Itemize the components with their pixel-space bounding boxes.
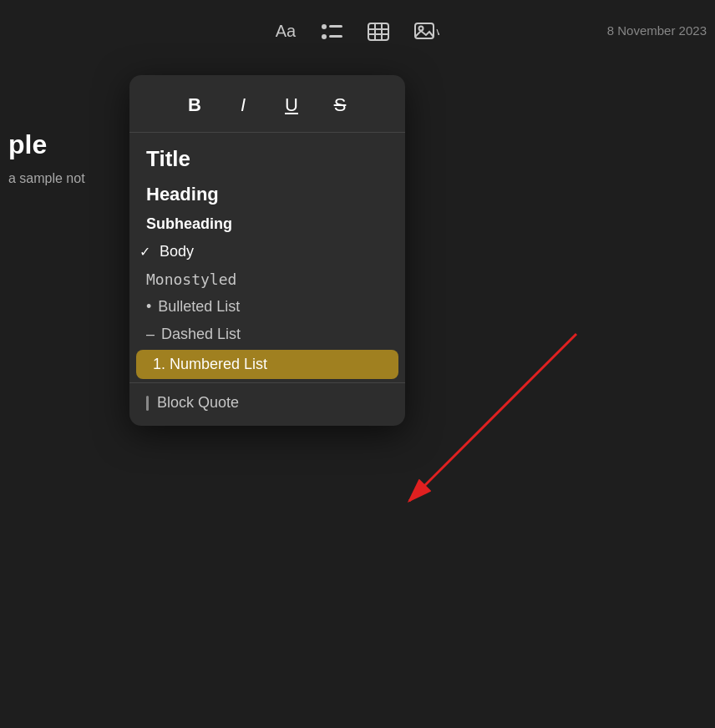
note-subtitle: a sample not — [8, 171, 85, 186]
menu-divider — [129, 382, 405, 383]
media-button[interactable]: ∨ — [414, 22, 439, 42]
svg-point-0 — [322, 24, 327, 29]
svg-rect-4 — [368, 23, 388, 40]
note-title: ple — [8, 129, 47, 160]
svg-rect-9 — [415, 23, 434, 38]
svg-text:∨: ∨ — [435, 26, 439, 38]
svg-rect-3 — [329, 35, 342, 38]
menu-item-subheading[interactable]: Subheading — [129, 210, 405, 238]
menu-item-dashed-list[interactable]: – Dashed List — [129, 321, 405, 348]
date-display: 8 November 2023 — [607, 23, 707, 38]
checkmark-icon: ✓ — [139, 244, 150, 260]
body-label: Body — [160, 243, 194, 260]
dash-prefix: – — [146, 326, 155, 343]
svg-rect-1 — [329, 25, 342, 28]
menu-item-body[interactable]: ✓ Body — [129, 238, 405, 265]
style-menu-list: Title Heading Subheading ✓ Body Monostyl… — [129, 133, 405, 426]
italic-button[interactable]: I — [228, 90, 258, 120]
list-style-button[interactable] — [321, 23, 342, 41]
subheading-label: Subheading — [146, 215, 232, 233]
bullet-prefix: • — [146, 298, 151, 316]
menu-item-monostyled[interactable]: Monostyled — [129, 265, 405, 293]
svg-point-2 — [322, 34, 327, 39]
bulleted-list-label: Bulleted List — [158, 298, 240, 316]
heading-label: Heading — [146, 184, 219, 205]
strikethrough-button[interactable]: S — [325, 90, 355, 120]
underline-button[interactable]: U — [276, 90, 307, 120]
format-buttons-row: B I U S — [129, 75, 405, 133]
numbered-list-label: 1. Numbered List — [153, 356, 267, 373]
block-quote-label: Block Quote — [157, 394, 239, 412]
menu-item-heading[interactable]: Heading — [129, 179, 405, 210]
menu-item-title[interactable]: Title — [129, 139, 405, 179]
menu-item-block-quote[interactable]: Block Quote — [129, 387, 405, 419]
title-label: Title — [146, 146, 190, 172]
block-quote-bar-icon — [146, 396, 149, 411]
table-button[interactable] — [368, 23, 389, 41]
bold-button[interactable]: B — [180, 90, 210, 120]
dashed-list-label: Dashed List — [161, 326, 241, 343]
font-size-button[interactable]: Aa — [276, 22, 296, 41]
monostyled-label: Monostyled — [146, 270, 236, 288]
menu-item-numbered-list[interactable]: 1. Numbered List — [136, 350, 398, 379]
menu-item-bulleted-list[interactable]: • Bulleted List — [129, 293, 405, 321]
format-dropdown: B I U S Title Heading Subheading ✓ Body — [129, 75, 405, 426]
